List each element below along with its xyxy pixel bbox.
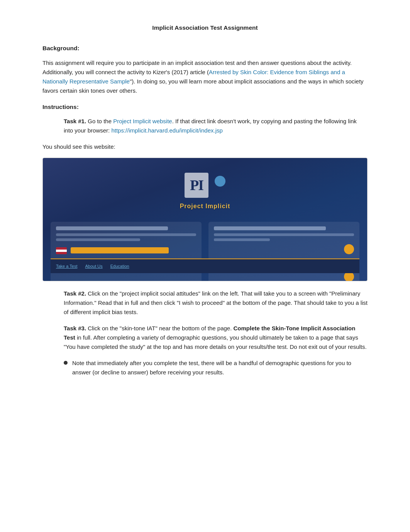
card-line-1a (56, 233, 196, 236)
bullet-item-1: Note that immediately after you complete… (64, 359, 368, 377)
task3-label: Task #3. (64, 325, 86, 331)
card-title-bar-1 (56, 226, 168, 230)
card-button-orange (71, 247, 169, 253)
bullet-dot-1 (64, 361, 68, 365)
bullet-list: Note that immediately after you complete… (42, 359, 368, 377)
task3-block: Task #3. Click on the "skin-tone IAT" ne… (42, 324, 368, 352)
screenshot-bottom-bar: Take a Test About Us Education (51, 258, 359, 273)
background-heading: Background: (42, 44, 368, 53)
task2-label: Task #2. (64, 290, 86, 297)
page-title: Implicit Association Test Assignment (42, 23, 368, 32)
card-title-bar-2 (214, 226, 326, 230)
card-line-2b (214, 238, 270, 241)
screenshot-logo-row: PI (185, 173, 225, 198)
screenshot-logo: PI (185, 173, 208, 198)
bottom-link-2: About Us (85, 263, 102, 270)
you-should-see-text: You should see this website: (42, 142, 368, 151)
harvard-url-link[interactable]: https://implicit.harvard.edu/implicit/in… (111, 127, 222, 134)
task1-label: Task #1. (64, 118, 86, 124)
bullet-text-1: Note that immediately after you complete… (72, 359, 368, 377)
instructions-heading: Instructions: (42, 102, 368, 111)
screenshot-subtitle: Project Implicit (180, 202, 230, 211)
task1-text-before: Go to the (86, 118, 113, 124)
task3-text-after: in full. After completing a variety of d… (64, 334, 367, 350)
bottom-link-1: Take a Test (56, 263, 77, 270)
bottom-link-3: Education (110, 263, 129, 270)
screenshot-logo-dot (215, 176, 225, 187)
task2-text: Click on the "project implicit social at… (64, 290, 368, 315)
task2-block: Task #2. Click on the "project implicit … (42, 289, 368, 317)
task1-block: Task #1. Go to the Project Implicit webs… (42, 117, 368, 135)
screenshot-inner: PI Project Implicit (51, 166, 359, 273)
project-implicit-link[interactable]: Project Implicit website (113, 118, 172, 124)
task3-text-intro: Click on the "skin-tone IAT" near the bo… (86, 325, 233, 331)
website-screenshot: PI Project Implicit (42, 158, 368, 281)
card-flag (56, 247, 67, 254)
background-paragraph: This assignment will require you to part… (42, 58, 368, 95)
card-line-2a (214, 233, 354, 236)
card-line-1b (56, 238, 140, 241)
